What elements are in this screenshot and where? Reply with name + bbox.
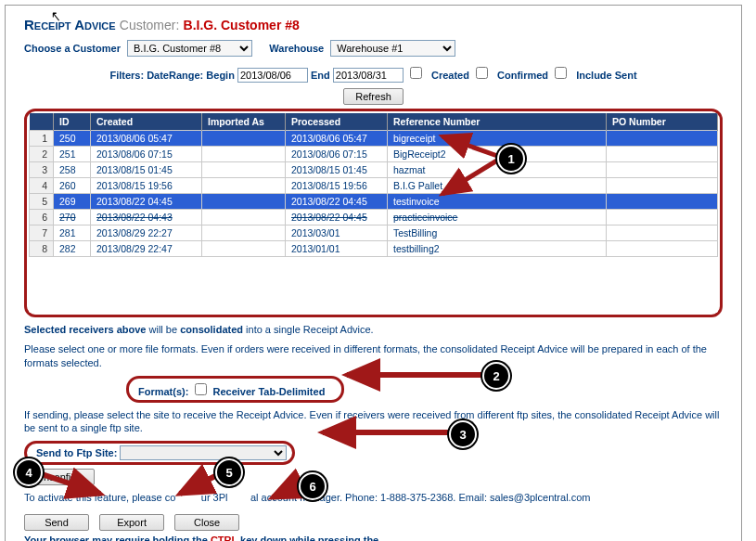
cell[interactable]: BigReceipt2	[388, 147, 607, 162]
cell[interactable]: 2013/08/06 07:15	[91, 147, 202, 162]
cell[interactable]: 258	[54, 162, 91, 178]
cell[interactable]: 282	[54, 241, 91, 257]
cell[interactable]	[202, 241, 286, 257]
activate-msg: To activate this feature, please co ur 3…	[24, 491, 723, 505]
cell[interactable]: hazmat	[388, 162, 607, 178]
grid-header[interactable]: Created	[91, 113, 202, 131]
cell[interactable]: 5	[30, 194, 54, 210]
ftp-site-select[interactable]	[120, 445, 287, 460]
filter-bar: Filters: DateRange: Begin End Created Co…	[24, 64, 723, 83]
cell[interactable]	[202, 131, 286, 147]
cell[interactable]: testinvoice	[388, 194, 607, 210]
cell[interactable]	[202, 178, 286, 194]
receivers-grid[interactable]: IDCreatedImported AsProcessedReference N…	[24, 109, 723, 317]
footer-note: Your browser may require holding the CTR…	[24, 534, 395, 541]
cell[interactable]: 2013/08/15 01:45	[286, 162, 388, 178]
filter-confirmed-label: Confirmed	[497, 70, 548, 81]
page-title: Receipt Advice Customer: B.I.G. Customer…	[24, 17, 723, 32]
cell[interactable]	[607, 162, 718, 178]
grid-header[interactable]: Processed	[286, 113, 388, 131]
cell[interactable]	[202, 147, 286, 162]
cell[interactable]: 2013/08/22 04:45	[91, 194, 202, 210]
cell[interactable]: 2013/08/06 07:15	[286, 147, 388, 162]
cell[interactable]: 4	[30, 178, 54, 194]
cell[interactable]: 3	[30, 162, 54, 178]
cell[interactable]: practiceinvoice	[388, 210, 607, 225]
export-button[interactable]: Export	[99, 514, 164, 531]
filter-begin-input[interactable]	[237, 68, 308, 83]
cell[interactable]	[202, 162, 286, 178]
cell[interactable]	[607, 241, 718, 257]
cell[interactable]: 2	[30, 147, 54, 162]
unconfirm-button[interactable]: Unconfirm	[24, 469, 95, 485]
cell[interactable]: 2013/08/15 19:56	[91, 178, 202, 194]
filter-confirmed-checkbox[interactable]	[476, 67, 488, 79]
cell[interactable]	[607, 194, 718, 210]
cell[interactable]: 2013/01/01	[286, 241, 388, 257]
grid-header[interactable]: Reference Number	[388, 113, 607, 131]
cell[interactable]: 2013/08/06 05:47	[286, 131, 388, 147]
cell[interactable]: 250	[54, 131, 91, 147]
cell[interactable]: B.I.G Pallet	[388, 178, 607, 194]
cell[interactable]: 281	[54, 225, 91, 241]
cell[interactable]: bigreceipt	[388, 131, 607, 147]
cell[interactable]: 2013/08/15 01:45	[91, 162, 202, 178]
cell[interactable]	[202, 210, 286, 225]
cell[interactable]: testbilling2	[388, 241, 607, 257]
cell[interactable]: TestBilling	[388, 225, 607, 241]
table-row[interactable]: 82822013/08/29 22:472013/01/01testbillin…	[30, 241, 718, 257]
table-row[interactable]: 22512013/08/06 07:152013/08/06 07:15BigR…	[30, 147, 718, 162]
format-receiver-tab-checkbox[interactable]	[195, 383, 207, 395]
cell[interactable]: 7	[30, 225, 54, 241]
cell[interactable]: 2013/08/22 04:43	[91, 210, 202, 225]
grid-header[interactable]: ID	[54, 113, 91, 131]
mouse-cursor-icon: ↖	[51, 7, 60, 25]
table-row[interactable]: 42602013/08/15 19:562013/08/15 19:56B.I.…	[30, 178, 718, 194]
formats-help: Please select one or more file formats. …	[24, 342, 723, 370]
cell[interactable]: 2013/08/06 05:47	[91, 131, 202, 147]
cell[interactable]: 8	[30, 241, 54, 257]
close-button[interactable]: Close	[174, 514, 239, 531]
ftp-help: If sending, please select the site to re…	[24, 408, 723, 436]
cell[interactable]: 269	[54, 194, 91, 210]
cell[interactable]: 2013/08/22 04:45	[286, 210, 388, 225]
refresh-button[interactable]: Refresh	[343, 88, 404, 105]
ftp-box: Send to Ftp Site:	[24, 441, 295, 465]
choose-customer-label: Choose a Customer	[24, 43, 121, 54]
cell[interactable]	[607, 210, 718, 225]
warehouse-select[interactable]: Warehouse #1	[330, 40, 455, 57]
warehouse-label: Warehouse	[269, 43, 324, 54]
filter-created-label: Created	[431, 70, 469, 81]
cell[interactable]	[607, 131, 718, 147]
filter-created-checkbox[interactable]	[410, 67, 422, 79]
table-row[interactable]: 32582013/08/15 01:452013/08/15 01:45hazm…	[30, 162, 718, 178]
table-row[interactable]: 72812013/08/29 22:272013/03/01TestBillin…	[30, 225, 718, 241]
filter-end-input[interactable]	[333, 68, 404, 83]
cell[interactable]: 2013/08/22 04:45	[286, 194, 388, 210]
cell[interactable]: 1	[30, 131, 54, 147]
customer-label: Customer:	[120, 18, 180, 32]
cell[interactable]: 6	[30, 210, 54, 225]
filter-includesent-label: Include Sent	[576, 70, 636, 81]
filter-includesent-checkbox[interactable]	[555, 67, 567, 79]
choose-customer-select[interactable]: B.I.G. Customer #8	[127, 40, 252, 57]
cell[interactable]: 270	[54, 210, 91, 225]
cell[interactable]	[607, 147, 718, 162]
cell[interactable]	[607, 178, 718, 194]
cell[interactable]: 2013/03/01	[286, 225, 388, 241]
cell[interactable]	[607, 225, 718, 241]
send-button[interactable]: Send	[24, 514, 89, 531]
cell[interactable]: 2013/08/29 22:27	[91, 225, 202, 241]
table-row[interactable]: 62702013/08/22 04:432013/08/22 04:45prac…	[30, 210, 718, 225]
cell[interactable]: 251	[54, 147, 91, 162]
cell[interactable]	[202, 194, 286, 210]
cell[interactable]: 2013/08/29 22:47	[91, 241, 202, 257]
cell[interactable]: 260	[54, 178, 91, 194]
grid-header[interactable]: PO Number	[607, 113, 718, 131]
grid-header[interactable]: Imported As	[202, 113, 286, 131]
table-row[interactable]: 52692013/08/22 04:452013/08/22 04:45test…	[30, 194, 718, 210]
cell[interactable]	[202, 225, 286, 241]
table-row[interactable]: 12502013/08/06 05:472013/08/06 05:47bigr…	[30, 131, 718, 147]
cell[interactable]: 2013/08/15 19:56	[286, 178, 388, 194]
grid-header[interactable]	[30, 113, 54, 131]
